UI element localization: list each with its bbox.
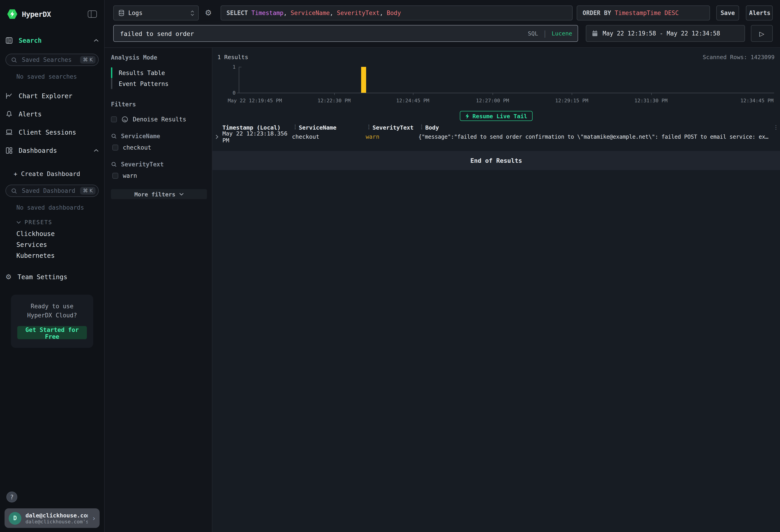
source-settings-gear-icon[interactable]: ⚙ <box>203 9 213 17</box>
x-axis-tick <box>493 93 493 95</box>
denoise-icon <box>121 116 128 123</box>
expand-row-chevron-icon[interactable] <box>215 134 223 139</box>
filter-group-severitytext: SeverityText <box>111 161 207 168</box>
column-drag-handle-icon[interactable]: ⋮ <box>292 124 298 130</box>
search-page-icon <box>5 37 13 44</box>
warn-checkbox[interactable] <box>112 173 118 179</box>
cell-body: {"message":"failed to send order confirm… <box>419 134 780 140</box>
saved-searches-field[interactable] <box>21 56 77 64</box>
table-options-kebab-icon[interactable]: ⋮ <box>773 124 779 131</box>
sidebar-item-search[interactable]: Search <box>5 35 99 46</box>
sidebar-item-alerts[interactable]: Alerts <box>5 108 99 120</box>
results-table: Timestamp (Local) ⋮ ServiceName ⋮ Severi… <box>212 123 780 170</box>
saved-dashboards-field[interactable] <box>21 187 77 195</box>
x-axis-tick <box>335 93 335 95</box>
more-filters-button[interactable]: More filters <box>111 189 207 199</box>
x-axis-label: 12:24:45 PM <box>396 98 429 104</box>
x-axis-labels: May 22 12:19:45 PM 12:22:30 PM 12:24:45 … <box>239 98 774 104</box>
chart-plot-area <box>239 67 774 93</box>
x-axis-tick <box>413 93 413 95</box>
time-range-picker[interactable]: May 22 12:19:58 - May 22 12:34:58 <box>586 25 745 42</box>
language-toggle-sql[interactable]: SQL <box>528 30 538 37</box>
alerts-button[interactable]: Alerts <box>746 5 773 20</box>
x-axis-tick <box>572 93 572 95</box>
column-drag-handle-icon[interactable]: ⋮ <box>419 124 424 130</box>
sidebar-item-client-sessions[interactable]: Client Sessions <box>5 127 99 138</box>
sidebar-item-label: Chart Explorer <box>19 92 72 100</box>
sidebar-item-chart-explorer[interactable]: Chart Explorer <box>5 90 99 102</box>
help-button[interactable]: ? <box>6 491 17 502</box>
table-row[interactable]: May 22 12:23:18.356 PM checkout warn {"m… <box>212 132 780 141</box>
filter-option-warn[interactable]: warn <box>112 172 207 179</box>
language-toggle-lucene[interactable]: Lucene <box>552 30 572 37</box>
chevron-up-icon <box>94 39 99 42</box>
sidebar-nav: Search ⌘ K No saved searches <box>0 19 104 348</box>
saved-searches-input[interactable]: ⌘ K <box>5 54 99 66</box>
x-axis-tick <box>651 93 651 95</box>
select-field-severitytext: SeverityText <box>337 9 380 16</box>
x-axis-label: May 22 12:19:45 PM <box>228 98 282 104</box>
select-clause-input[interactable]: SELECT Timestamp, ServiceName, SeverityT… <box>221 5 573 20</box>
analysis-mode-header: Analysis Mode <box>111 54 207 61</box>
search-query-box: SQL | Lucene <box>113 25 578 42</box>
chart-bar[interactable] <box>361 67 366 93</box>
sidebar-item-label: Alerts <box>19 110 42 118</box>
saved-dashboards-input[interactable]: ⌘ K <box>5 185 99 197</box>
results-count: 1 Results <box>217 54 248 60</box>
x-axis-label: 12:22:30 PM <box>318 98 351 104</box>
line-chart-icon <box>5 92 13 100</box>
mode-event-patterns[interactable]: Event Patterns <box>111 78 207 89</box>
column-header-body[interactable]: ⋮ Body <box>425 124 780 131</box>
save-button[interactable]: Save <box>716 5 739 20</box>
create-dashboard-button[interactable]: + Create Dashboard <box>14 170 99 177</box>
search-query-input[interactable] <box>119 29 523 38</box>
no-saved-searches-text: No saved searches <box>16 73 99 80</box>
sidebar-item-label: Dashboards <box>19 147 57 154</box>
search-icon <box>11 188 17 194</box>
denoise-results-option[interactable]: Denoise Results <box>111 116 207 123</box>
resume-live-tail-button[interactable]: Resume Live Tail <box>460 111 533 121</box>
sidebar: HyperDX Search <box>0 0 105 532</box>
source-select[interactable]: Logs <box>113 5 199 20</box>
select-keyword: SELECT <box>227 9 248 16</box>
chevron-down-icon <box>16 221 21 224</box>
cmd-k-badge: ⌘ K <box>80 187 96 195</box>
calendar-icon <box>592 30 598 37</box>
chevron-up-icon <box>94 149 99 152</box>
denoise-checkbox[interactable] <box>111 116 117 122</box>
results-histogram[interactable]: 1 0 May 22 12:19:45 PM 12:22:30 PM <box>217 63 775 107</box>
table-header-row: Timestamp (Local) ⋮ ServiceName ⋮ Severi… <box>212 123 780 132</box>
sidebar-item-team-settings[interactable]: ⚙ Team Settings <box>5 271 99 283</box>
column-header-servicename[interactable]: ⋮ ServiceName <box>299 124 373 131</box>
cmd-k-badge: ⌘ K <box>80 56 96 64</box>
filter-option-checkout[interactable]: checkout <box>112 144 207 151</box>
preset-item-services[interactable]: Services <box>16 239 99 250</box>
preset-item-clickhouse[interactable]: Clickhouse <box>16 228 99 239</box>
get-started-button[interactable]: Get Started for Free <box>17 326 87 339</box>
order-by-value: TimestampTime DESC <box>615 9 679 16</box>
preset-item-kubernetes[interactable]: Kubernetes <box>16 250 99 261</box>
collapse-sidebar-icon[interactable] <box>88 10 97 18</box>
order-by-input[interactable]: ORDER BY TimestampTime DESC <box>577 5 710 20</box>
presets-header[interactable]: PRESETS <box>16 219 99 226</box>
search-icon[interactable] <box>111 133 117 139</box>
x-axis-label: 12:34:45 PM <box>740 98 774 104</box>
select-field-timestamp: Timestamp <box>251 9 284 16</box>
laptop-icon <box>5 129 13 136</box>
search-icon[interactable] <box>111 161 117 167</box>
column-header-severitytext[interactable]: ⋮ SeverityText <box>373 124 425 131</box>
user-workspace: dale@clickhouse.com's <box>26 519 88 525</box>
user-menu[interactable]: D dale@clickhouse.com dale@clickhouse.co… <box>5 509 100 528</box>
sidebar-item-dashboards[interactable]: Dashboards <box>5 145 99 156</box>
source-select-value: Logs <box>128 9 187 16</box>
checkout-checkbox[interactable] <box>112 145 118 150</box>
time-range-value: May 22 12:19:58 - May 22 12:34:58 <box>603 30 720 37</box>
run-query-button[interactable]: ▷ <box>751 25 773 42</box>
column-drag-handle-icon[interactable]: ⋮ <box>366 124 372 130</box>
mode-results-table[interactable]: Results Table <box>111 67 207 78</box>
results-area: 1 Results Scanned Rows: 1423099 1 0 <box>212 48 780 532</box>
column-header-timestamp[interactable]: Timestamp (Local) <box>223 124 299 131</box>
chevron-right-icon: › <box>92 514 96 522</box>
end-of-results-banner: End of Results <box>212 151 780 170</box>
filters-panel: Analysis Mode Results Table Event Patter… <box>105 48 212 532</box>
